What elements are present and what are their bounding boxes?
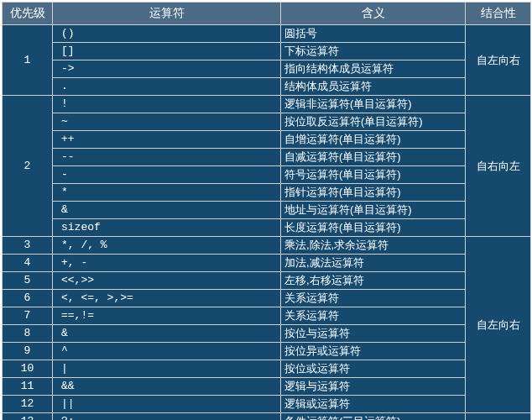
cell-meaning: 按位取反运算符(单目运算符) bbox=[281, 113, 466, 131]
table-row: 5<<,>>左移,右移运算符 bbox=[3, 272, 531, 290]
cell-meaning: 指针运算符(单目运算符) bbox=[281, 184, 466, 202]
table-row: .结构体成员运算符 bbox=[3, 78, 531, 96]
cell-op: -- bbox=[53, 149, 281, 166]
cell-assoc: 自左向右 bbox=[466, 25, 531, 96]
table-row: 7==,!=关系运算符 bbox=[3, 307, 531, 325]
table-row: 10|按位或运算符 bbox=[3, 360, 531, 378]
table-row: 6<, <=, >,>=关系运算符 bbox=[3, 290, 531, 307]
cell-op: <, <=, >,>= bbox=[53, 290, 281, 307]
table-row: 3*, /, %乘法,除法,求余运算符自左向右 bbox=[3, 237, 531, 255]
cell-meaning: 关系运算符 bbox=[281, 307, 466, 325]
cell-meaning: 逻辑非运算符(单目运算符) bbox=[281, 96, 466, 113]
cell-prio: 1 bbox=[3, 25, 53, 96]
cell-op: [] bbox=[53, 43, 281, 60]
cell-meaning: 按位或运算符 bbox=[281, 360, 466, 378]
cell-op: & bbox=[53, 202, 281, 219]
cell-meaning: 左移,右移运算符 bbox=[281, 272, 466, 290]
cell-op: && bbox=[53, 378, 281, 396]
cell-op: -> bbox=[53, 60, 281, 78]
cell-op: +, - bbox=[53, 255, 281, 272]
cell-op: ?: bbox=[53, 413, 281, 421]
cell-meaning: 按位异或运算符 bbox=[281, 343, 466, 360]
cell-op: . bbox=[53, 78, 281, 96]
table-row: ++自增运算符(单目运算符) bbox=[3, 131, 531, 149]
cell-meaning: 逻辑与运算符 bbox=[281, 378, 466, 396]
table-row: 9^按位异或运算符 bbox=[3, 343, 531, 360]
table-row: 2!逻辑非运算符(单目运算符)自右向左 bbox=[3, 96, 531, 113]
operator-precedence-table: 优先级 运算符 含义 结合性 1()圆括号自左向右[]下标运算符->指向结构体成… bbox=[2, 2, 530, 420]
cell-assoc: 自左向右 bbox=[466, 237, 531, 413]
cell-assoc: 自右向左 bbox=[466, 96, 531, 237]
cell-meaning: 自增运算符(单目运算符) bbox=[281, 131, 466, 149]
table-row: 4+, -加法,减法运算符 bbox=[3, 255, 531, 272]
table: 优先级 运算符 含义 结合性 1()圆括号自左向右[]下标运算符->指向结构体成… bbox=[2, 2, 531, 420]
header-priority: 优先级 bbox=[3, 3, 53, 25]
cell-op: ++ bbox=[53, 131, 281, 149]
cell-prio: 10 bbox=[3, 360, 53, 378]
table-row: sizeof长度运算符(单目运算符) bbox=[3, 219, 531, 237]
cell-meaning: 结构体成员运算符 bbox=[281, 78, 466, 96]
cell-op: ~ bbox=[53, 113, 281, 131]
cell-prio: 6 bbox=[3, 290, 53, 307]
cell-meaning: 符号运算符(单目运算符) bbox=[281, 166, 466, 184]
header-operator: 运算符 bbox=[53, 3, 281, 25]
header-assoc: 结合性 bbox=[466, 3, 531, 25]
cell-prio: 12 bbox=[3, 396, 53, 413]
cell-op: ==,!= bbox=[53, 307, 281, 325]
cell-op: <<,>> bbox=[53, 272, 281, 290]
cell-op: () bbox=[53, 25, 281, 43]
cell-meaning: 地址与运算符(单目运算符) bbox=[281, 202, 466, 219]
cell-op: | bbox=[53, 360, 281, 378]
table-row: --自减运算符(单目运算符) bbox=[3, 149, 531, 166]
cell-op: & bbox=[53, 325, 281, 343]
table-row: *指针运算符(单目运算符) bbox=[3, 184, 531, 202]
cell-op: ! bbox=[53, 96, 281, 113]
table-row: -符号运算符(单目运算符) bbox=[3, 166, 531, 184]
cell-prio: 11 bbox=[3, 378, 53, 396]
cell-prio: 2 bbox=[3, 96, 53, 237]
table-row: []下标运算符 bbox=[3, 43, 531, 60]
table-row: 12||逻辑或运算符 bbox=[3, 396, 531, 413]
table-row: 11&&逻辑与运算符 bbox=[3, 378, 531, 396]
cell-assoc: 自右向左 bbox=[466, 413, 531, 421]
cell-prio: 4 bbox=[3, 255, 53, 272]
header-row: 优先级 运算符 含义 结合性 bbox=[3, 3, 531, 25]
cell-op: || bbox=[53, 396, 281, 413]
cell-prio: 3 bbox=[3, 237, 53, 255]
cell-meaning: 按位与运算符 bbox=[281, 325, 466, 343]
table-row: ~按位取反运算符(单目运算符) bbox=[3, 113, 531, 131]
cell-prio: 13 bbox=[3, 413, 53, 421]
table-row: 13?:条件运算符(三目运算符)自右向左 bbox=[3, 413, 531, 421]
cell-prio: 5 bbox=[3, 272, 53, 290]
table-row: &地址与运算符(单目运算符) bbox=[3, 202, 531, 219]
cell-meaning: 逻辑或运算符 bbox=[281, 396, 466, 413]
cell-meaning: 自减运算符(单目运算符) bbox=[281, 149, 466, 166]
cell-meaning: 指向结构体成员运算符 bbox=[281, 60, 466, 78]
cell-meaning: 乘法,除法,求余运算符 bbox=[281, 237, 466, 255]
table-body: 1()圆括号自左向右[]下标运算符->指向结构体成员运算符.结构体成员运算符2!… bbox=[3, 25, 531, 421]
cell-meaning: 长度运算符(单目运算符) bbox=[281, 219, 466, 237]
cell-op: *, /, % bbox=[53, 237, 281, 255]
cell-prio: 7 bbox=[3, 307, 53, 325]
cell-meaning: 条件运算符(三目运算符) bbox=[281, 413, 466, 421]
table-row: ->指向结构体成员运算符 bbox=[3, 60, 531, 78]
cell-meaning: 加法,减法运算符 bbox=[281, 255, 466, 272]
table-row: 8&按位与运算符 bbox=[3, 325, 531, 343]
cell-op: ^ bbox=[53, 343, 281, 360]
cell-op: sizeof bbox=[53, 219, 281, 237]
table-row: 1()圆括号自左向右 bbox=[3, 25, 531, 43]
cell-meaning: 圆括号 bbox=[281, 25, 466, 43]
cell-meaning: 关系运算符 bbox=[281, 290, 466, 307]
cell-prio: 9 bbox=[3, 343, 53, 360]
cell-op: * bbox=[53, 184, 281, 202]
cell-meaning: 下标运算符 bbox=[281, 43, 466, 60]
header-meaning: 含义 bbox=[281, 3, 466, 25]
cell-op: - bbox=[53, 166, 281, 184]
cell-prio: 8 bbox=[3, 325, 53, 343]
